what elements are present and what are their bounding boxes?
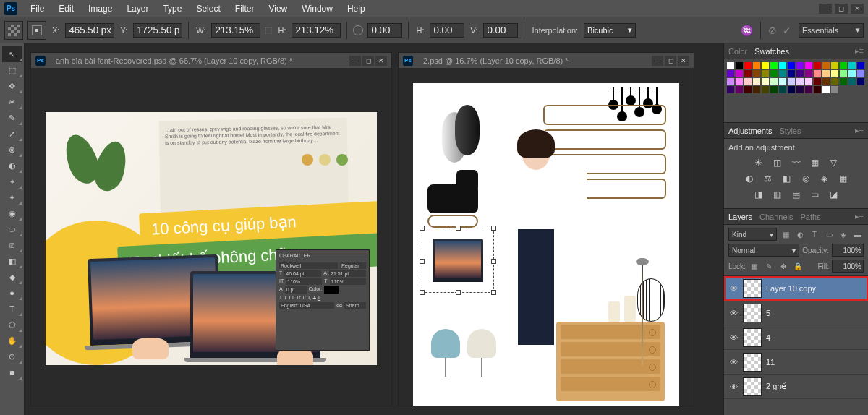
tab-color[interactable]: Color	[728, 47, 747, 56]
tab-adjustments[interactable]: Adjustments	[728, 127, 773, 135]
visibility-icon[interactable]: 👁	[728, 283, 739, 294]
menu-edit[interactable]: Edit	[51, 4, 81, 14]
swatch[interactable]	[753, 78, 760, 85]
visibility-icon[interactable]: 👁	[728, 382, 739, 392]
lock-trans-icon[interactable]: ▦	[749, 260, 760, 272]
swatch[interactable]	[770, 62, 778, 69]
filter-type-icon[interactable]: T	[809, 228, 820, 240]
tool-8[interactable]: ⌖	[2, 174, 22, 189]
fill-input[interactable]: 100%	[832, 260, 864, 273]
blend-mode-select[interactable]: Normal▾	[728, 244, 799, 257]
swatch[interactable]	[831, 86, 838, 93]
doc2-min[interactable]: —	[652, 56, 663, 66]
tool-9[interactable]: ✦	[2, 189, 22, 205]
tool-19[interactable]: ⊙	[2, 348, 22, 364]
x-input[interactable]	[65, 23, 114, 38]
swatch[interactable]	[788, 78, 795, 85]
w-input[interactable]	[211, 23, 260, 38]
app-logo[interactable]: Ps	[4, 2, 17, 15]
swatch[interactable]	[753, 86, 760, 93]
brightness-icon[interactable]: ☀	[752, 156, 766, 169]
layer-thumb[interactable]	[743, 328, 762, 347]
curves-icon[interactable]: 〰	[789, 156, 804, 169]
swatch[interactable]	[840, 62, 847, 69]
swatch[interactable]	[727, 78, 734, 85]
document-tab-2[interactable]: Ps 2.psd @ 16.7% (Layer 10 copy, RGB/8) …	[399, 53, 694, 69]
lock-all-icon[interactable]: 🔒	[792, 260, 804, 272]
swatch[interactable]	[805, 86, 812, 93]
exposure-icon[interactable]: ▦	[808, 156, 822, 169]
swatch[interactable]	[762, 86, 769, 93]
swatch[interactable]	[857, 78, 864, 85]
threshold-icon[interactable]: ▤	[789, 188, 804, 201]
swatch[interactable]	[753, 70, 760, 77]
swatch[interactable]	[814, 62, 821, 69]
swatch[interactable]	[788, 62, 795, 69]
filter-adj-icon[interactable]: ◐	[794, 228, 806, 240]
filter-smart-icon[interactable]: ◈	[838, 228, 849, 240]
warp-icon[interactable]: ♒	[741, 25, 753, 36]
swatch[interactable]	[788, 86, 795, 93]
layer-row[interactable]: 👁11	[724, 350, 868, 375]
character-panel[interactable]: CHARACTER RockwellRegular T46.04 ptA21.5…	[276, 249, 370, 351]
colorbalance-icon[interactable]: ⚖	[761, 172, 775, 185]
swatch[interactable]	[848, 70, 856, 77]
swatch[interactable]	[805, 62, 812, 69]
swatch[interactable]	[822, 70, 830, 77]
filter-pixel-icon[interactable]: ▦	[780, 228, 791, 240]
tool-0[interactable]: ↖	[2, 46, 22, 62]
swatch[interactable]	[848, 78, 856, 85]
panel-menu-icon[interactable]: ▸≡	[855, 126, 864, 135]
tool-16[interactable]: T	[2, 301, 22, 317]
visibility-icon[interactable]: 👁	[728, 357, 739, 367]
tool-20[interactable]: ■	[2, 364, 22, 380]
visibility-icon[interactable]: 👁	[728, 308, 739, 318]
lookup-icon[interactable]: ▦	[836, 172, 851, 185]
layer-thumb[interactable]	[743, 304, 762, 322]
menu-filter[interactable]: Filter	[228, 4, 262, 14]
swatch[interactable]	[762, 62, 769, 69]
gradient-map-icon[interactable]: ▭	[808, 188, 822, 201]
menu-help[interactable]: Help	[340, 4, 373, 14]
channel-mixer-icon[interactable]: ◈	[817, 172, 832, 185]
skew-h-input[interactable]	[430, 23, 464, 38]
swatch[interactable]	[744, 86, 752, 93]
tool-18[interactable]: ✋	[2, 333, 22, 348]
swatch[interactable]	[796, 62, 804, 69]
doc2-max[interactable]: ◻	[665, 56, 676, 66]
swatch[interactable]	[744, 62, 752, 69]
layer-thumb[interactable]	[743, 377, 762, 396]
swatch[interactable]	[822, 78, 830, 85]
swatch[interactable]	[727, 70, 734, 77]
tab-swatches[interactable]: Swatches	[754, 47, 789, 56]
menu-image[interactable]: Image	[81, 4, 119, 14]
y-input[interactable]	[133, 23, 182, 38]
swatch[interactable]	[840, 70, 847, 77]
swatch[interactable]	[848, 62, 856, 69]
filter-toggle-icon[interactable]: ▬	[852, 228, 864, 240]
swatch[interactable]	[779, 78, 786, 85]
swatch[interactable]	[762, 78, 769, 85]
swatch[interactable]	[727, 86, 734, 93]
swatch[interactable]	[736, 70, 743, 77]
vibrance-icon[interactable]: ▽	[827, 156, 841, 169]
swatch[interactable]	[770, 70, 778, 77]
layer-row[interactable]: 👁Layer 10 copy	[724, 276, 868, 301]
tab-paths[interactable]: Paths	[801, 213, 821, 221]
tool-1[interactable]: ⬚	[2, 62, 22, 78]
tool-4[interactable]: ✎	[2, 110, 22, 126]
swatch[interactable]	[788, 70, 795, 77]
opacity-input[interactable]: 100%	[832, 244, 864, 257]
panel-menu-icon[interactable]: ▸≡	[855, 46, 864, 56]
swatch[interactable]	[805, 70, 812, 77]
link-wh-icon[interactable]: ⬚	[265, 25, 272, 35]
swatch[interactable]	[762, 70, 769, 77]
doc1-close[interactable]: ✕	[375, 56, 387, 66]
layer-row[interactable]: 👁2 ghế	[724, 375, 868, 399]
layer-thumb[interactable]	[743, 279, 762, 298]
swatch[interactable]	[796, 78, 804, 85]
tool-7[interactable]: ◐	[2, 158, 22, 174]
swatch[interactable]	[736, 62, 743, 69]
document-tab-1[interactable]: Ps anh bìa bài font-Recovered.psd @ 66.7…	[31, 53, 391, 69]
swatch[interactable]	[727, 62, 734, 69]
